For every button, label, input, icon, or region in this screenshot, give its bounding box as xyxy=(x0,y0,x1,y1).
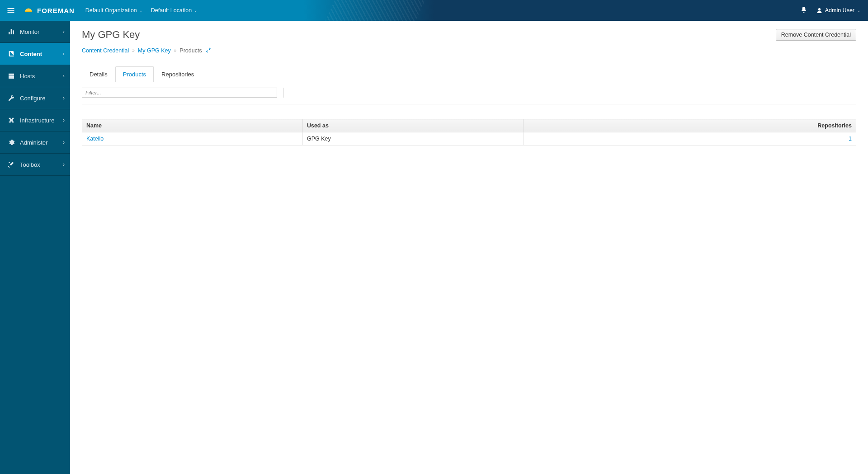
chevron-right-icon: › xyxy=(63,139,65,145)
context-switchers: Default Organization ⌄ Default Location … xyxy=(85,7,198,14)
topbar: FOREMAN Default Organization ⌄ Default L… xyxy=(0,0,868,21)
hamburger-icon xyxy=(6,6,15,15)
user-menu[interactable]: Admin User ⌄ xyxy=(816,7,861,14)
divider xyxy=(283,88,284,98)
hamburger-menu-button[interactable] xyxy=(4,3,18,18)
notifications-button[interactable] xyxy=(800,6,807,15)
sidebar-item-toolbox[interactable]: Toolbox› xyxy=(0,154,70,176)
sidebar-item-content[interactable]: Content› xyxy=(0,43,70,65)
breadcrumb-separator: » xyxy=(132,48,135,53)
sidebar-item-label: Configure xyxy=(20,95,45,102)
page-actions: Remove Content Credential xyxy=(776,29,856,41)
swap-icon xyxy=(205,47,212,53)
breadcrumb: Content Credential » My GPG Key » Produc… xyxy=(82,47,856,54)
book-icon xyxy=(7,50,15,57)
sidebar-item-configure[interactable]: Configure› xyxy=(0,87,70,109)
sidebar-item-monitor[interactable]: Monitor› xyxy=(0,21,70,43)
tabs: DetailsProductsRepositories xyxy=(82,66,856,82)
table-header-row: Name Used as Repositories xyxy=(82,119,856,132)
filter-row xyxy=(82,88,856,104)
wrench-icon xyxy=(7,94,15,102)
chevron-down-icon: ⌄ xyxy=(857,8,861,13)
chevron-right-icon: › xyxy=(63,73,65,79)
network-icon xyxy=(7,117,15,124)
tab-products[interactable]: Products xyxy=(115,66,154,82)
tab-repositories[interactable]: Repositories xyxy=(154,66,202,82)
table-row: KatelloGPG Key1 xyxy=(82,132,856,145)
svg-rect-0 xyxy=(25,11,33,12)
chevron-right-icon: › xyxy=(63,95,65,101)
chevron-down-icon: ⌄ xyxy=(139,8,143,13)
bell-icon xyxy=(800,6,807,14)
chevron-right-icon: › xyxy=(63,117,65,123)
main-content: My GPG Key Remove Content Credential Con… xyxy=(70,21,868,474)
gear-icon xyxy=(7,139,15,146)
foreman-logo-icon xyxy=(24,5,33,15)
side-nav: Monitor›Content›Hosts›Configure›Infrastr… xyxy=(0,21,70,474)
server-icon xyxy=(7,72,15,80)
breadcrumb-separator: » xyxy=(174,48,177,53)
brand-text: FOREMAN xyxy=(37,7,75,14)
col-used-as[interactable]: Used as xyxy=(302,119,523,132)
cell-used-as: GPG Key xyxy=(302,132,523,145)
brand[interactable]: FOREMAN xyxy=(24,5,75,15)
tools-icon xyxy=(7,161,15,168)
sidebar-item-label: Toolbox xyxy=(20,161,40,168)
dashboard-icon xyxy=(7,28,15,35)
sidebar-item-label: Monitor xyxy=(20,28,39,35)
sidebar-item-infrastructure[interactable]: Infrastructure› xyxy=(0,109,70,131)
cell-name: Katello xyxy=(82,132,303,145)
tab-details[interactable]: Details xyxy=(82,66,115,82)
breadcrumb-my-gpg-key[interactable]: My GPG Key xyxy=(138,47,171,54)
remove-content-credential-button[interactable]: Remove Content Credential xyxy=(776,29,856,41)
product-link[interactable]: Katello xyxy=(86,136,104,142)
chevron-right-icon: › xyxy=(63,161,65,168)
cell-repos: 1 xyxy=(523,132,856,145)
org-switcher[interactable]: Default Organization ⌄ xyxy=(85,7,143,14)
org-label: Default Organization xyxy=(85,7,137,14)
breadcrumb-content-credential[interactable]: Content Credential xyxy=(82,47,129,54)
user-label: Admin User xyxy=(825,7,854,14)
products-table: Name Used as Repositories KatelloGPG Key… xyxy=(82,119,856,145)
sidebar-item-label: Content xyxy=(20,51,42,57)
col-name[interactable]: Name xyxy=(82,119,303,132)
breadcrumb-switcher-button[interactable] xyxy=(205,47,212,54)
col-repositories[interactable]: Repositories xyxy=(523,119,856,132)
topbar-right: Admin User ⌄ xyxy=(800,6,861,15)
user-icon xyxy=(816,8,822,14)
sidebar-item-label: Infrastructure xyxy=(20,117,55,124)
location-label: Default Location xyxy=(151,7,192,14)
sidebar-item-administer[interactable]: Administer› xyxy=(0,131,70,154)
filter-input[interactable] xyxy=(82,88,277,98)
breadcrumb-leaf: Products xyxy=(179,47,202,54)
sidebar-item-label: Administer xyxy=(20,139,47,146)
sidebar-item-label: Hosts xyxy=(20,73,35,80)
page-title: My GPG Key xyxy=(82,29,140,41)
page-header: My GPG Key Remove Content Credential xyxy=(82,29,856,41)
location-switcher[interactable]: Default Location ⌄ xyxy=(151,7,198,14)
repos-link[interactable]: 1 xyxy=(849,136,852,142)
sidebar-item-hosts[interactable]: Hosts› xyxy=(0,65,70,87)
chevron-down-icon: ⌄ xyxy=(194,8,198,13)
chevron-right-icon: › xyxy=(63,28,65,35)
chevron-right-icon: › xyxy=(63,51,65,57)
